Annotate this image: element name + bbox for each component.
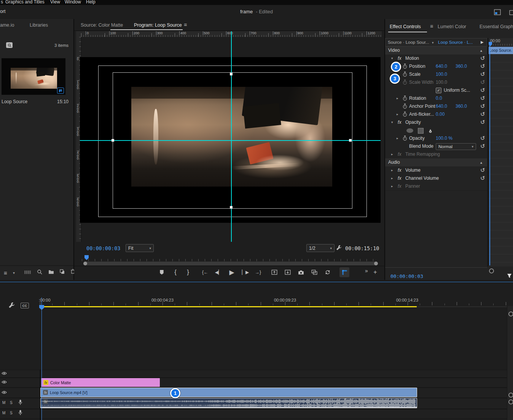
opacity-param-row[interactable]: ▸ Opacity 100.0 % ↺	[385, 134, 487, 143]
settings-wrench-icon[interactable]	[336, 245, 342, 251]
stopwatch-icon[interactable]	[403, 70, 407, 78]
reset-icon[interactable]: ↺	[480, 134, 485, 142]
menu-item-help[interactable]: Help	[86, 0, 96, 5]
step-forward-button[interactable]: ▏▶	[241, 267, 250, 277]
volume-effect-row[interactable]: ▸ fx Volume ↺	[385, 166, 487, 175]
panner-effect-row[interactable]: ▸ fx Panner	[385, 182, 487, 191]
lift-button[interactable]	[269, 267, 279, 277]
a1-solo-button[interactable]: S	[10, 401, 13, 405]
timeline-settings-wrench-icon[interactable]	[8, 302, 15, 308]
chevron-down-icon[interactable]: ▾	[432, 41, 434, 45]
scrollbar-handle-right[interactable]	[374, 262, 378, 265]
loop-source-audio-clip[interactable]: fx	[40, 398, 417, 408]
color-matte-clip[interactable]: fx Color Matte	[41, 378, 160, 387]
reset-icon[interactable]: ↺	[480, 142, 485, 150]
stopwatch-icon[interactable]	[403, 110, 407, 118]
filter-properties-icon[interactable]	[507, 273, 512, 278]
tab-source-monitor[interactable]: Source: Color Matte	[81, 22, 123, 28]
clip-name[interactable]: Loop Source	[2, 99, 27, 104]
zoom-level-select[interactable]: Fit▾	[126, 244, 154, 252]
scale-param-row[interactable]: Scale 100.0 ↺	[385, 70, 487, 79]
v3-track-output-eye-icon[interactable]	[2, 372, 7, 375]
lane-clip-bar[interactable]: Loop Source.	[489, 47, 513, 54]
audio-section-header[interactable]: Audio ▴	[385, 158, 487, 167]
timeline-vscroll-handle-top[interactable]	[508, 311, 513, 316]
reset-icon[interactable]: ↺	[480, 70, 485, 78]
ellipse-mask-icon[interactable]	[406, 128, 413, 133]
rectangle-mask-icon[interactable]	[418, 128, 424, 134]
tab-program-monitor[interactable]: Program: Loop Source	[134, 22, 182, 28]
scale-value[interactable]: 100.0	[436, 70, 447, 78]
tab-effect-controls[interactable]: Effect Controls	[390, 24, 421, 29]
stopwatch-icon[interactable]	[403, 62, 407, 70]
opacity-effect-row[interactable]: ▾ fx Opacity ↺	[385, 118, 487, 127]
stopwatch-icon[interactable]	[403, 94, 407, 102]
zoom-icon[interactable]	[37, 269, 42, 275]
panel-menu-icon[interactable]: ≡	[430, 23, 433, 29]
video-section-header[interactable]: Video ▴	[385, 46, 487, 55]
transform-handle-bottom[interactable]	[230, 206, 233, 209]
transform-handle-top[interactable]	[230, 73, 233, 75]
add-marker-button[interactable]	[157, 267, 167, 277]
go-to-out-button[interactable]: →}	[253, 267, 263, 277]
rotation-param-row[interactable]: ▸ Rotation 0.0 ↺	[385, 94, 487, 103]
anchor-x-value[interactable]: 640.0	[436, 102, 447, 110]
tab-essential-graphics[interactable]: Essential Graphics	[480, 24, 513, 29]
loop-source-video-clip[interactable]: fx Loop Source.mp4 [V]	[40, 388, 417, 397]
transform-handle-left[interactable]	[112, 139, 114, 142]
effect-controls-timeline-lane[interactable]: 00:00 Loop Source.	[489, 38, 513, 267]
button-editor-add[interactable]: +	[370, 267, 380, 277]
track-v3-row[interactable]	[0, 370, 507, 378]
transform-handle-right[interactable]	[349, 139, 352, 142]
menu-item-window[interactable]: Window	[65, 0, 81, 5]
anti-flicker-param-row[interactable]: ▸ Anti-flicker... 0.00 ↺	[385, 110, 487, 119]
timeline-ruler[interactable]: :00:0000:00:04:2300:00:09:2300:00:14:23	[40, 297, 507, 306]
a1-voiceover-mic-icon[interactable]	[18, 399, 22, 405]
playback-resolution-select[interactable]: 1/2▾	[306, 244, 335, 252]
track-a2-row[interactable]	[0, 409, 507, 419]
blend-mode-row[interactable]: Blend Mode Normal▾ ↺	[385, 142, 487, 151]
step-back-button[interactable]: ◀▏	[213, 267, 223, 277]
menu-item-graphics[interactable]: Graphics and Titles	[5, 0, 45, 5]
reset-icon[interactable]: ↺	[480, 166, 485, 174]
extract-button[interactable]	[283, 267, 293, 277]
reset-icon[interactable]: ↺	[480, 110, 485, 118]
work-area-bar[interactable]	[41, 306, 417, 307]
workspaces-icon[interactable]	[494, 9, 501, 15]
play-button[interactable]: ▶	[227, 267, 237, 277]
playhead-timecode[interactable]: 00:00:00:03	[86, 245, 120, 251]
captions-icon[interactable]: CC	[21, 303, 29, 308]
new-item-icon[interactable]	[60, 269, 65, 274]
reset-icon[interactable]: ↺	[480, 174, 485, 182]
pen-mask-icon[interactable]	[428, 128, 433, 135]
position-x-value[interactable]: 640.0	[436, 62, 447, 70]
reset-icon[interactable]: ↺	[480, 62, 485, 70]
opacity-value[interactable]: 100.0 %	[436, 134, 452, 142]
a2-solo-button[interactable]: S	[10, 411, 13, 415]
channel-volume-effect-row[interactable]: ▸ fx Channel Volume ↺	[385, 174, 487, 183]
go-to-in-button[interactable]: {←	[200, 267, 210, 277]
uniform-scale-checkbox[interactable]: ✓	[436, 88, 441, 93]
search-bin-icon[interactable]	[6, 42, 13, 48]
anti-flicker-value[interactable]: 0.00	[436, 110, 444, 118]
header-mode-fragment[interactable]: ort	[0, 9, 6, 14]
time-remapping-row[interactable]: ▸ fx Time Remapping	[385, 150, 487, 159]
expand-arrow-icon[interactable]: ▶	[481, 40, 484, 44]
position-y-value[interactable]: 360.0	[456, 62, 467, 70]
clip-thumbnail[interactable]	[2, 58, 65, 95]
show-rulers-button[interactable]	[339, 267, 349, 277]
anchor-y-value[interactable]: 360.0	[456, 102, 467, 110]
reset-icon[interactable]: ↺	[480, 118, 485, 126]
menu-item-fragment[interactable]: s	[1, 0, 3, 5]
rotation-value[interactable]: 0.0	[436, 94, 442, 102]
timeline-vscroll-handle-1[interactable]	[508, 393, 513, 398]
blend-mode-select[interactable]: Normal▾	[436, 143, 476, 150]
effect-controls-timecode[interactable]: 00:00:00:03	[390, 273, 423, 279]
monitor-scrollbar[interactable]	[84, 262, 378, 265]
mark-in-button[interactable]: {	[170, 267, 180, 277]
uniform-scale-row[interactable]: ✓ Uniform Sc... ↺	[385, 86, 487, 95]
a2-mute-button[interactable]: M	[2, 411, 5, 415]
loop-button[interactable]	[323, 267, 333, 277]
stopwatch-icon[interactable]	[403, 134, 407, 142]
timeline-vscroll-handle-2[interactable]	[508, 399, 513, 404]
